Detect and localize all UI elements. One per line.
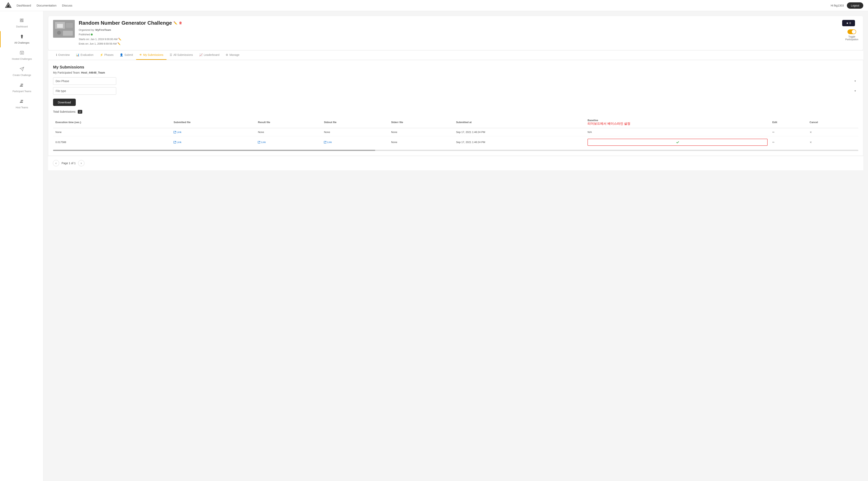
submissions-table: Execution time (sec.) Submitted file Res… <box>53 117 858 148</box>
baseline-checkmark-cell <box>587 139 768 146</box>
organizer-line: Organized by: MyFirstTeam <box>79 28 838 32</box>
filetype-dropdown-wrapper: File type ▼ <box>53 87 858 95</box>
svg-point-10 <box>22 84 23 85</box>
sidebar-participant-label: Participant Teams <box>12 90 31 93</box>
phase-dropdown[interactable]: Dev Phase <box>53 77 116 85</box>
row1-edit[interactable]: ✏ <box>770 128 807 136</box>
published-indicator <box>91 34 93 35</box>
sidebar-item-dashboard[interactable]: Dashboard <box>0 15 43 31</box>
th-execution-time: Execution time (sec.) <box>53 117 171 128</box>
row1-execution-time: None <box>53 128 171 136</box>
challenge-tabs: ℹ Overview 📊 Evaluation ⚡ Phases 👤 Submi… <box>48 50 863 60</box>
submissions-count-badge: 2 <box>78 110 82 114</box>
sidebar-item-participant-teams[interactable]: Participant Teams <box>0 80 43 96</box>
th-cancel: Cancel <box>807 117 858 128</box>
end-date-edit-icon[interactable]: ✏️ <box>117 42 121 45</box>
hosted-challenges-icon <box>20 51 24 56</box>
challenge-info: Random Number Generator Challenge ✏️ 🗑 O… <box>79 20 838 46</box>
svg-rect-5 <box>20 21 21 22</box>
sidebar-item-hosted-challenges[interactable]: Hosted Challenges <box>0 47 43 63</box>
svg-point-9 <box>21 84 22 85</box>
nav-links: Dashboard Documentation Discuss <box>17 4 72 7</box>
prev-page-button[interactable]: ‹ <box>53 160 59 166</box>
row2-cancel-icon[interactable]: ✕ <box>810 141 812 144</box>
tab-all-submissions[interactable]: ☰ All Submissions <box>166 51 196 60</box>
scrollbar-thumb[interactable] <box>53 150 375 151</box>
row2-result-link[interactable]: Link <box>258 141 319 144</box>
nav-documentation[interactable]: Documentation <box>36 4 56 7</box>
page-indicator: Page 1 of 1 <box>62 161 76 165</box>
th-stderr-file: Stderr file <box>389 117 454 128</box>
row2-result-file: Link <box>255 136 321 148</box>
star-button[interactable]: ★ 0 <box>842 20 855 26</box>
row1-submitted-at: Sep 17, 2021 1:46:24 PM <box>454 128 585 136</box>
row1-submitted-link[interactable]: Link <box>174 130 253 133</box>
host-teams-icon <box>20 99 24 105</box>
sidebar-create-label: Create Challenge <box>12 74 31 77</box>
sidebar-item-create-challenge[interactable]: Create Challenge <box>0 63 43 80</box>
row2-submitted-link[interactable]: Link <box>174 141 253 144</box>
sidebar-host-label: Host Teams <box>16 106 28 109</box>
svg-rect-7 <box>23 22 23 22</box>
toggle-participation-section: ToggleParticipation <box>845 29 858 41</box>
dashboard-icon <box>20 18 24 24</box>
scrollbar-track[interactable] <box>53 150 858 151</box>
svg-rect-3 <box>21 19 22 20</box>
create-challenge-icon <box>20 67 24 72</box>
th-baseline: Baseline 리더보드에서 베이스라인 설정 <box>585 117 770 128</box>
th-stdout-file: Stdout file <box>321 117 389 128</box>
tab-phases[interactable]: ⚡ Phases <box>97 51 117 60</box>
submissions-table-scroll[interactable]: Execution time (sec.) Submitted file Res… <box>53 117 858 151</box>
challenge-delete-icon[interactable]: 🗑 <box>179 21 182 25</box>
svg-rect-4 <box>23 19 23 21</box>
tab-overview[interactable]: ℹ Overview <box>53 51 73 60</box>
tab-evaluation[interactable]: 📊 Evaluation <box>73 51 96 60</box>
sidebar: Dashboard All Challenges Hosted Challeng… <box>0 11 43 481</box>
sidebar-item-host-teams[interactable]: Host Teams <box>0 96 43 112</box>
next-page-button[interactable]: › <box>78 160 85 166</box>
row2-stdout-file: Link <box>321 136 389 148</box>
row2-cancel[interactable]: ✕ <box>807 136 858 148</box>
download-button[interactable]: Download <box>53 99 76 106</box>
row2-stdout-link[interactable]: Link <box>324 141 386 144</box>
tab-leaderboard[interactable]: 📈 Leaderboard <box>196 51 222 60</box>
filetype-dropdown[interactable]: File type <box>53 87 116 95</box>
row2-submitted-file: Link <box>171 136 255 148</box>
row1-edit-icon[interactable]: ✏ <box>772 130 775 134</box>
table-body: None Link None None None Sep 17, 2021 1:… <box>53 128 858 148</box>
logout-button[interactable]: Logout <box>847 2 863 9</box>
nav-dashboard[interactable]: Dashboard <box>17 4 31 7</box>
svg-point-12 <box>22 100 23 101</box>
tab-submit[interactable]: 👤 Submit <box>117 51 136 60</box>
sidebar-all-challenges-label: All Challenges <box>14 41 30 44</box>
row1-result-file: None <box>255 128 321 136</box>
row2-edit[interactable]: ✏ <box>770 136 807 148</box>
svg-rect-8 <box>21 53 23 54</box>
toggle-participation-switch[interactable] <box>847 29 856 34</box>
my-submissions-icon: 👁 <box>139 53 142 56</box>
phases-icon: ⚡ <box>100 53 103 56</box>
sidebar-item-all-challenges[interactable]: All Challenges <box>0 31 43 47</box>
challenge-edit-icon[interactable]: ✏️ <box>174 21 177 25</box>
row2-edit-icon[interactable]: ✏ <box>772 141 775 144</box>
th-result-file: Result file <box>255 117 321 128</box>
phase-dropdown-arrow: ▼ <box>854 80 856 83</box>
baseline-annotation: 리더보드에서 베이스라인 설정 <box>587 122 768 126</box>
row1-cancel[interactable]: ✕ <box>807 128 858 136</box>
challenge-header: Random Number Generator Challenge ✏️ 🗑 O… <box>48 16 863 50</box>
row2-execution-time: 0.017588 <box>53 136 171 148</box>
participated-team-line: My Participated Team: Host_44648_Team <box>53 71 858 74</box>
row1-baseline: N/A <box>585 128 770 136</box>
row1-stderr-file: None <box>389 128 454 136</box>
svg-rect-18 <box>63 31 73 36</box>
start-date-line: Starts on: Jan 1, 2019 9:00:00 AM ✏️ <box>79 37 838 41</box>
logo[interactable] <box>5 2 12 9</box>
nav-discuss[interactable]: Discuss <box>62 4 72 7</box>
start-date-edit-icon[interactable]: ✏️ <box>118 38 121 41</box>
overview-icon: ℹ <box>56 53 57 56</box>
tab-my-submissions[interactable]: 👁 My Submissions <box>136 51 166 60</box>
row1-cancel-icon[interactable]: ✕ <box>810 130 812 134</box>
sidebar-dashboard-label: Dashboard <box>16 25 28 28</box>
tab-manage[interactable]: ⚙ Manage <box>222 51 243 60</box>
toggle-label: ToggleParticipation <box>845 35 858 41</box>
